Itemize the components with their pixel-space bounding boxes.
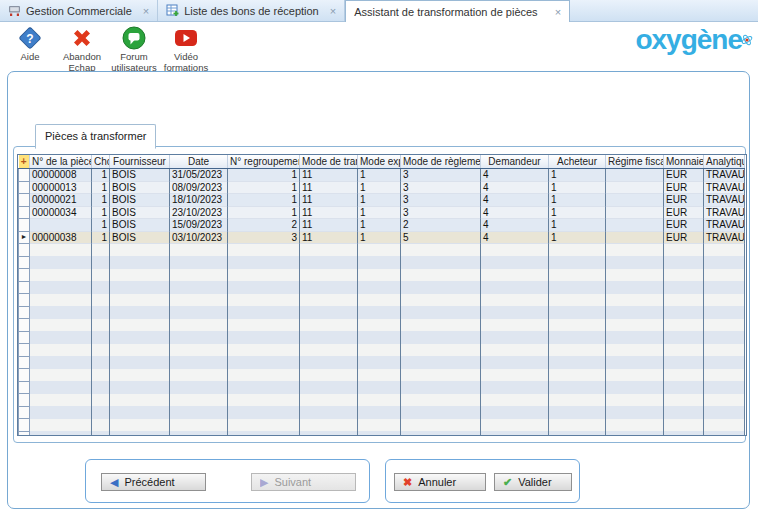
grid-cell[interactable]: 11 xyxy=(300,219,358,232)
grid-cell[interactable]: 1 xyxy=(358,231,401,244)
grid-cell[interactable]: TRAVAUX xyxy=(704,169,745,182)
tab-pieces-a-transformer[interactable]: Pièces à transformer xyxy=(35,124,156,149)
grid-cell[interactable]: 00000038 xyxy=(30,231,92,244)
grid-cell[interactable]: 2 xyxy=(228,219,300,232)
next-button[interactable]: ▶ Suivant xyxy=(251,473,356,491)
grid-cell[interactable]: 1 xyxy=(549,231,606,244)
column-header[interactable]: Analytique xyxy=(704,155,745,169)
close-icon[interactable]: × xyxy=(330,5,336,17)
grid-cell[interactable]: 1 xyxy=(358,206,401,219)
grid-cell[interactable]: 11 xyxy=(300,206,358,219)
grid-cell[interactable]: 3 xyxy=(401,194,481,207)
tab-gestion-commerciale[interactable]: Gestion Commerciale × xyxy=(0,0,158,21)
previous-button[interactable]: ◀ Précédent xyxy=(101,473,206,491)
grid-cell[interactable]: 1 xyxy=(92,169,110,182)
grid-cell[interactable] xyxy=(606,219,664,232)
grid-cell[interactable]: 00000013 xyxy=(30,181,92,194)
grid-cell[interactable]: EUR xyxy=(664,219,704,232)
row-selector[interactable] xyxy=(19,181,30,194)
grid-cell[interactable]: 1 xyxy=(549,206,606,219)
grid-cell[interactable]: 3 xyxy=(228,231,300,244)
grid-cell[interactable]: BOIS xyxy=(110,169,170,182)
grid-cell[interactable]: 11 xyxy=(300,181,358,194)
close-icon[interactable]: × xyxy=(555,6,561,18)
grid-cell[interactable]: 00000008 xyxy=(30,169,92,182)
grid-cell[interactable]: TRAVAUX xyxy=(704,206,745,219)
grid-cell[interactable]: 11 xyxy=(300,194,358,207)
column-header[interactable]: Mode de transport xyxy=(300,155,358,169)
column-header[interactable]: Demandeur xyxy=(481,155,549,169)
grid-cell[interactable]: TRAVAUX xyxy=(704,194,745,207)
grid-cell[interactable]: 1 xyxy=(92,181,110,194)
grid-cell[interactable]: 1 xyxy=(549,169,606,182)
row-selector[interactable] xyxy=(19,169,30,182)
grid-cell[interactable]: 4 xyxy=(481,169,549,182)
grid-cell[interactable] xyxy=(606,206,664,219)
grid-cell[interactable] xyxy=(606,231,664,244)
abort-button[interactable]: Abandon Echap xyxy=(56,25,108,74)
grid-cell[interactable]: BOIS xyxy=(110,231,170,244)
column-header[interactable]: Date xyxy=(170,155,228,169)
tab-liste-bons-reception[interactable]: Liste des bons de réception × xyxy=(158,0,345,21)
grid-cell[interactable]: 4 xyxy=(481,219,549,232)
grid-row[interactable]: 000000211BOIS18/10/20231111341EURTRAVAUX xyxy=(19,194,745,207)
forum-button[interactable]: Forum utilisateurs xyxy=(108,25,160,74)
grid-cell[interactable]: EUR xyxy=(664,169,704,182)
grid-cell[interactable]: 11 xyxy=(300,231,358,244)
grid-cell[interactable]: 03/10/2023 xyxy=(170,231,228,244)
grid-cell[interactable]: EUR xyxy=(664,206,704,219)
grid-cell[interactable]: 1 xyxy=(92,206,110,219)
tab-assistant-transformation[interactable]: Assistant de transformation de pièces × xyxy=(345,0,570,22)
row-selector[interactable] xyxy=(19,219,30,232)
grid-cell[interactable]: 11 xyxy=(300,169,358,182)
grid-cell[interactable]: 00000034 xyxy=(30,206,92,219)
column-header[interactable]: Régime fiscal xyxy=(606,155,664,169)
grid-cell[interactable]: 1 xyxy=(228,169,300,182)
column-header[interactable]: Fournisseur xyxy=(110,155,170,169)
grid-cell[interactable]: 1 xyxy=(549,219,606,232)
row-selector[interactable] xyxy=(19,206,30,219)
grid-row[interactable]: 000000081BOIS31/05/20231111341EURTRAVAUX xyxy=(19,169,745,182)
grid-cell[interactable]: 4 xyxy=(481,206,549,219)
grid-cell[interactable] xyxy=(30,219,92,232)
cancel-button[interactable]: ✖ Annuler xyxy=(394,473,486,491)
validate-button[interactable]: ✔ Valider xyxy=(494,473,572,491)
grid-cell[interactable] xyxy=(606,181,664,194)
grid-row[interactable]: 000000131BOIS08/09/20231111341EURTRAVAUX xyxy=(19,181,745,194)
grid-cell[interactable]: BOIS xyxy=(110,194,170,207)
grid-cell[interactable]: 1 xyxy=(92,231,110,244)
grid-cell[interactable]: 1 xyxy=(358,194,401,207)
grid-cell[interactable]: BOIS xyxy=(110,181,170,194)
column-header[interactable]: Mode de règlement xyxy=(401,155,481,169)
grid-cell[interactable] xyxy=(606,169,664,182)
grid-cell[interactable]: 1 xyxy=(228,206,300,219)
grid-cell[interactable]: 1 xyxy=(358,219,401,232)
grid-cell[interactable]: 5 xyxy=(401,231,481,244)
grid-cell[interactable]: EUR xyxy=(664,194,704,207)
grid-cell[interactable] xyxy=(606,194,664,207)
grid-cell[interactable]: 1 xyxy=(92,219,110,232)
grid-cell[interactable]: 4 xyxy=(481,231,549,244)
column-header[interactable]: Choi xyxy=(92,155,110,169)
grid-cell[interactable]: 1 xyxy=(549,181,606,194)
column-header[interactable]: N° regroupement xyxy=(228,155,300,169)
current-row-marker[interactable]: ► xyxy=(19,231,30,244)
grid-cell[interactable]: TRAVAUX xyxy=(704,219,745,232)
grid-cell[interactable]: 18/10/2023 xyxy=(170,194,228,207)
row-selector[interactable] xyxy=(19,194,30,207)
close-icon[interactable]: × xyxy=(143,5,149,17)
column-header[interactable]: Mode expéd. xyxy=(358,155,401,169)
grid-row[interactable]: ►000000381BOIS03/10/20233111541EURTRAVAU… xyxy=(19,231,745,244)
grid-cell[interactable]: TRAVAUX xyxy=(704,231,745,244)
grid-cell[interactable]: 00000021 xyxy=(30,194,92,207)
column-header[interactable]: N° de la pièce xyxy=(30,155,92,169)
grid-cell[interactable]: 1 xyxy=(358,169,401,182)
grid-cell[interactable]: 3 xyxy=(401,169,481,182)
grid-cell[interactable]: 31/05/2023 xyxy=(170,169,228,182)
grid-cell[interactable]: 1 xyxy=(228,181,300,194)
grid-cell[interactable]: 15/09/2023 xyxy=(170,219,228,232)
grid-cell[interactable]: 3 xyxy=(401,181,481,194)
grid-cell[interactable]: 08/09/2023 xyxy=(170,181,228,194)
grid-plus-icon[interactable]: + xyxy=(19,155,30,169)
grid-cell[interactable]: EUR xyxy=(664,181,704,194)
